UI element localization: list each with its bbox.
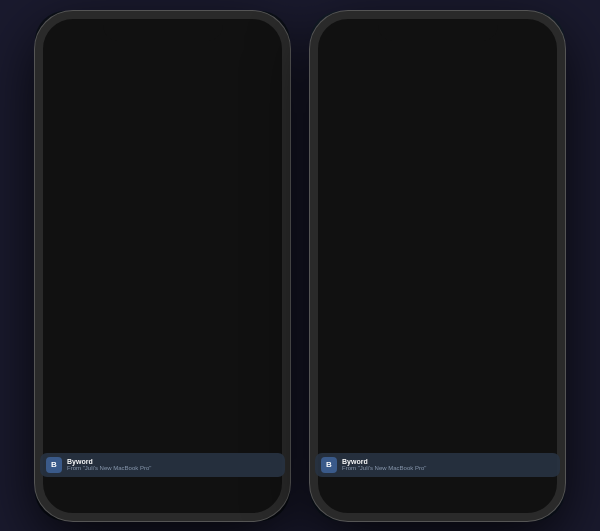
article-text-right: Following the models, iFixit la version … bbox=[480, 80, 560, 218]
byword-bar-left[interactable]: B Byword From "Juli's New MacBook Pro" bbox=[40, 453, 285, 477]
tab-gallery-icon-right: ◫ bbox=[399, 487, 412, 503]
tab-my-watch-right[interactable]: ⌚ My Watch bbox=[310, 487, 374, 512]
back-button-right[interactable]: ‹ bbox=[322, 51, 326, 63]
right-phone: 9:41 ▲ ▓ ‹ Watch bbox=[310, 11, 565, 521]
privacy-icon-right bbox=[324, 274, 346, 296]
right-article-panel: Following the models, iFixit la version … bbox=[475, 75, 565, 477]
watch-logo-right bbox=[398, 49, 414, 65]
byword-icon-right: B bbox=[321, 457, 337, 473]
nav-right-icon-right[interactable]: ↑ bbox=[529, 45, 553, 69]
nav-title-right: Watch bbox=[419, 49, 458, 64]
tab-watch-icon-right: ⌚ bbox=[333, 487, 350, 503]
left-phone: 9:41 ▲ ▓ ‹ Watch bbox=[35, 11, 290, 521]
byword-title-right: Byword bbox=[342, 458, 426, 465]
brightness-icon-right bbox=[324, 134, 346, 156]
tab-store-label-right: App Store bbox=[454, 505, 485, 512]
wifi-icon-right: ▲ bbox=[528, 23, 537, 33]
tab-gallery-label-right: Face Gallery bbox=[386, 505, 426, 512]
byword-icon-left: B bbox=[46, 457, 62, 473]
switcher-card-news-center-left[interactable]: iFixit Tests Sili... MacBook Pro K... Ju… bbox=[98, 139, 228, 409]
signal-icon-right bbox=[512, 24, 524, 31]
tab-watch-label-right: My Watch bbox=[326, 505, 357, 512]
status-bar-right: 9:41 ▲ ▓ bbox=[310, 11, 565, 39]
activity-icon-right bbox=[324, 315, 346, 337]
cellular-icon-right bbox=[324, 99, 346, 121]
sounds-icon-right bbox=[324, 169, 346, 191]
tab-app-store-right[interactable]: 🅰 App Store bbox=[438, 487, 502, 512]
byword-title-left: Byword bbox=[67, 458, 151, 465]
left-phone-screen: 9:41 ▲ ▓ ‹ Watch bbox=[35, 11, 290, 521]
tab-search-icon-right: 🔍 bbox=[525, 487, 542, 503]
status-time-right: 9:41 bbox=[328, 22, 348, 33]
bottom-tabs-right: ⌚ My Watch ◫ Face Gallery 🅰 App Store 🔍 … bbox=[310, 477, 565, 521]
tab-face-gallery-right[interactable]: ◫ Face Gallery bbox=[374, 487, 438, 512]
status-icons-right: ▲ ▓ bbox=[512, 23, 547, 33]
tab-search-label-right: Search bbox=[522, 505, 544, 512]
emergency-icon-right bbox=[324, 239, 346, 261]
tab-search-right[interactable]: 🔍 Search bbox=[501, 487, 565, 512]
tab-store-icon-right: 🅰 bbox=[462, 487, 476, 503]
byword-bar-right[interactable]: B Byword From "Juli's New MacBook Pro" bbox=[315, 453, 560, 477]
battery-icon-right: ▓ bbox=[541, 23, 547, 32]
breathe-icon-right bbox=[324, 350, 346, 372]
nav-title-area-right: Watch bbox=[398, 49, 458, 65]
app-switcher-area-left: 9:41 ▓ Watch Cellular › Brightness bbox=[35, 75, 290, 473]
nav-header-right: ‹ Watch ↑ bbox=[310, 39, 565, 75]
byword-subtitle-right: From "Juli's New MacBook Pro" bbox=[342, 465, 426, 471]
passcode-icon-right bbox=[324, 204, 346, 226]
right-phone-screen: 9:41 ▲ ▓ ‹ Watch bbox=[310, 11, 565, 521]
clock-icon-right bbox=[324, 420, 346, 442]
calendar-icon-right bbox=[324, 385, 346, 407]
byword-subtitle-left: From "Juli's New MacBook Pro" bbox=[67, 465, 151, 471]
